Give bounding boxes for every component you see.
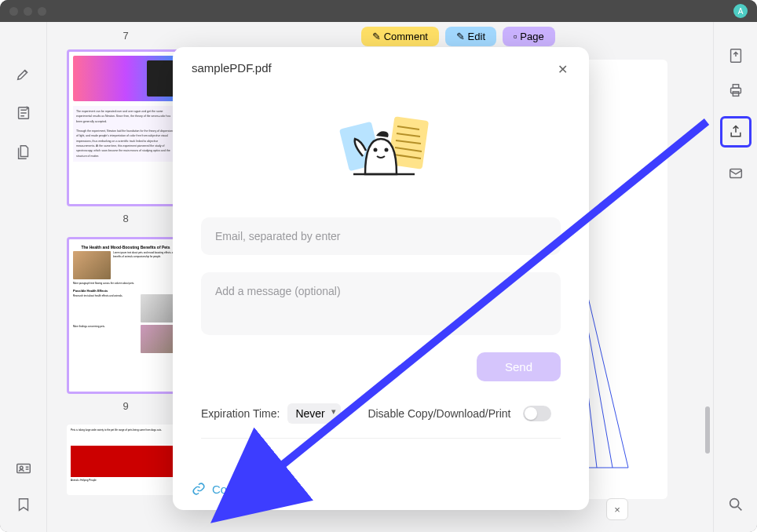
share-illustration — [201, 100, 561, 194]
thumb9-heading: Possible Health Effects — [73, 287, 178, 294]
page-number-8: 8 — [66, 213, 185, 224]
share-button-highlighted[interactable] — [720, 116, 752, 148]
send-button[interactable]: Send — [477, 352, 561, 381]
disable-download-label: Disable Copy/Download/Print — [368, 407, 510, 420]
svg-point-16 — [374, 148, 378, 152]
comment-pill[interactable]: ✎ Comment — [361, 27, 439, 46]
thumbnail-page-9[interactable]: The Health and Mood-Boosting Benefits of… — [67, 237, 185, 394]
svg-rect-4 — [730, 88, 741, 93]
modal-footer: Copy Link — [173, 471, 589, 510]
message-input[interactable] — [201, 272, 561, 335]
share-modal: samplePDF.pdf ✕ Sen — [173, 47, 589, 510]
disable-download-toggle[interactable] — [523, 406, 551, 421]
svg-rect-1 — [16, 465, 30, 473]
titlebar: A — [0, 0, 757, 22]
bookmark-icon[interactable] — [15, 496, 32, 513]
close-toolbar-button[interactable]: × — [606, 498, 628, 520]
highlighter-tool-icon[interactable] — [15, 65, 32, 82]
svg-point-17 — [385, 148, 389, 152]
traffic-lights — [9, 7, 46, 16]
mail-icon[interactable] — [727, 165, 744, 182]
svg-point-2 — [20, 466, 23, 469]
expiration-select[interactable]: Never — [287, 403, 341, 424]
svg-rect-5 — [733, 85, 738, 89]
modal-title: samplePDF.pdf — [192, 61, 272, 75]
close-window[interactable] — [9, 7, 18, 16]
email-input[interactable] — [201, 217, 561, 255]
link-icon — [192, 482, 206, 496]
modal-header: samplePDF.pdf ✕ — [173, 47, 589, 84]
notes-tool-icon[interactable] — [15, 104, 32, 122]
thumbnail-page-10[interactable]: Pets is taking large wide variety to the… — [67, 425, 185, 495]
maximize-window[interactable] — [38, 7, 46, 16]
right-toolbar — [713, 22, 757, 532]
thumb9-title: The Health and Mood-Boosting Benefits of… — [73, 243, 178, 251]
svg-rect-7 — [730, 169, 741, 178]
contact-card-icon[interactable] — [15, 460, 32, 477]
action-pills: ✎ Comment ✎ Edit ▫ Page — [361, 27, 555, 46]
close-icon[interactable]: ✕ — [558, 62, 570, 75]
page-number-9: 9 — [66, 400, 185, 412]
svg-point-8 — [730, 499, 738, 508]
svg-rect-6 — [733, 92, 738, 97]
thumbnail-page-8[interactable]: The experiment can be repeated over and … — [67, 49, 185, 206]
search-icon[interactable] — [727, 496, 744, 513]
scrollbar[interactable] — [705, 406, 710, 454]
avatar[interactable]: A — [733, 4, 748, 18]
copy-link-button[interactable]: Copy Link — [212, 483, 265, 496]
documents-tool-icon[interactable] — [15, 144, 32, 161]
share-options: Expiration Time: Never Disable Copy/Down… — [201, 403, 561, 439]
edit-pill[interactable]: ✎ Edit — [445, 27, 496, 46]
page-pill[interactable]: ▫ Page — [503, 27, 555, 46]
expiration-label: Expiration Time: — [201, 407, 280, 420]
left-toolbar — [0, 22, 47, 532]
page-number-7: 7 — [66, 30, 185, 42]
minimize-window[interactable] — [24, 7, 32, 16]
export-icon[interactable] — [727, 47, 744, 64]
print-icon[interactable] — [727, 82, 744, 99]
